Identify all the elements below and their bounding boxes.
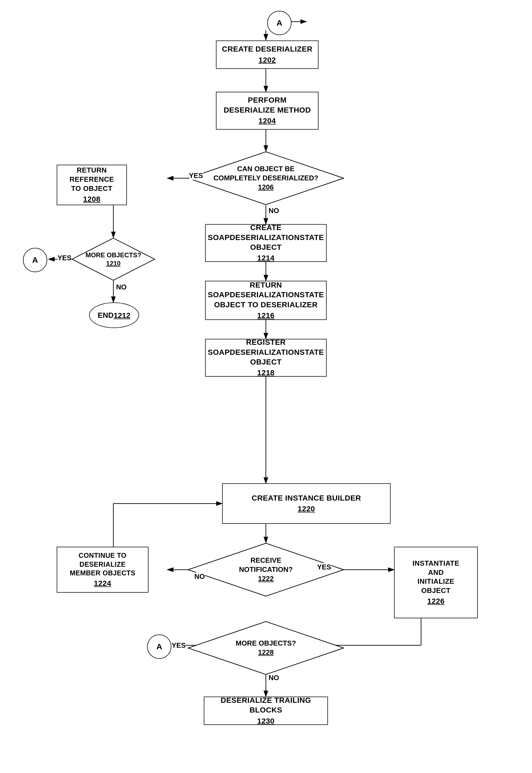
no-label-can-object: NO (269, 207, 279, 215)
no-label-receive-notification: NO (194, 572, 205, 581)
create-soap-state-box: CREATE SOAPDESERIALIZATIONSTATE OBJECT 1… (205, 224, 327, 262)
continue-deserialize-box: CONTINUE TO DESERIALIZE MEMBER OBJECTS 1… (57, 547, 148, 593)
deserialize-trailing-box: DESERIALIZE TRAILING BLOCKS 1230 (204, 697, 328, 725)
yes-label-can-object: YES (189, 171, 203, 180)
create-instance-builder-box: CREATE INSTANCE BUILDER 1220 (222, 483, 391, 524)
return-reference-box: RETURN REFERENCE TO OBJECT 1208 (57, 165, 127, 205)
yes-label-more-objects-2: YES (172, 641, 186, 650)
yes-label-more-objects-1: YES (57, 254, 72, 262)
yes-label-receive-notification: YES (317, 563, 331, 571)
can-object-diamond: CAN OBJECT BE COMPLETELY DESERIALIZED? 1… (188, 151, 344, 205)
no-label-more-objects-2: NO (269, 674, 279, 682)
connector-a-top: A (267, 11, 292, 35)
connector-a-left: A (23, 248, 47, 272)
flowchart: A CREATE DESERIALIZER 1202 PERFORM DESER… (0, 0, 532, 773)
connector-a-bottom: A (147, 634, 171, 659)
create-deserializer-box: CREATE DESERIALIZER 1202 (216, 40, 318, 69)
more-objects-1-diamond: MORE OBJECTS? 1210 (72, 238, 155, 281)
end-oval: END 1212 (89, 302, 139, 328)
instantiate-box: INSTANTIATE AND INITIALIZE OBJECT 1226 (394, 547, 478, 618)
more-objects-2-diamond: MORE OBJECTS? 1228 (188, 621, 344, 675)
no-label-more-objects-1: NO (116, 283, 127, 291)
perform-deserialize-box: PERFORM DESERIALIZE METHOD 1204 (216, 92, 318, 130)
register-soap-state-box: REGISTER SOAPDESERIALIZATIONSTATE OBJECT… (205, 339, 327, 377)
return-soap-state-box: RETURN SOAPDESERIALIZATIONSTATE OBJECT T… (205, 281, 327, 320)
